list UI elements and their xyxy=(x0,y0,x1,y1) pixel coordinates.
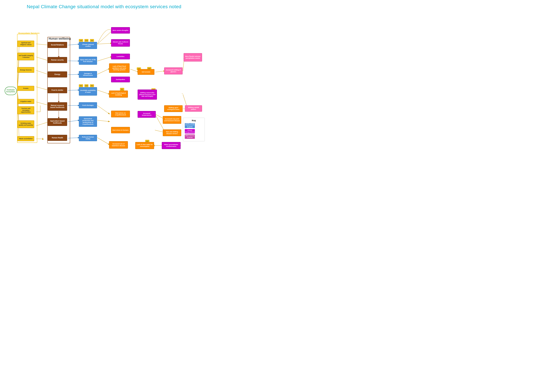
groundwater-box: Water/ groundwater contamination xyxy=(162,142,181,149)
glacial-flood-box: Glacial Lake Outburst Floods xyxy=(111,39,130,47)
disease-vectors-box: New and shifting disease vectors xyxy=(163,129,181,136)
human-security-box: Human security xyxy=(48,57,67,63)
svg-line-28 xyxy=(97,43,112,44)
page-title: Nepal Climate Change situational model w… xyxy=(0,0,208,12)
water-badges-row: 2.1 2.2 3.1 xyxy=(79,84,93,87)
social-relations-box: Social Relations xyxy=(48,42,67,48)
human-wellbeing-label: Human wellbeing xyxy=(49,37,71,40)
svg-line-32 xyxy=(97,106,110,114)
protein-box: Protein xyxy=(17,86,34,91)
increased-temp-box: Increased temperatures xyxy=(138,111,156,118)
landslides-box: Landslides xyxy=(111,54,130,59)
glaciers-melt-box: Increased melting of glaciers xyxy=(164,67,183,74)
svg-line-31 xyxy=(97,90,110,94)
badges-row: 1.3 2.3 3.2 xyxy=(79,39,93,42)
svg-line-30 xyxy=(97,69,110,74)
clean-water-box: Lack of clear water for consumption xyxy=(135,142,154,149)
svg-line-29 xyxy=(97,57,112,61)
climate-conflict-box: Climate induced conflict xyxy=(79,42,97,49)
soil-box: Soil health/ integrity / retention xyxy=(17,53,34,60)
crop-disease-box: Increased crop pest and livestock diseas… xyxy=(163,116,181,124)
spiritual-box: Spiritual and religious values xyxy=(17,41,34,47)
health-box: Human Health xyxy=(48,135,67,141)
heat-crops-box: Heat stress on crops/livestock xyxy=(111,111,130,117)
hydro-model-box: Lack of hydrological modeling xyxy=(109,91,128,98)
key-purple-label: Other sources of threat xyxy=(185,135,195,138)
flash-flood-box: Lack of flash flood guidance and early w… xyxy=(109,63,130,73)
injury-box: Injury and Loss of life from disaster xyxy=(79,57,97,65)
key-item-purple: Other sources of threat xyxy=(185,135,203,139)
shifting-agro-box: Shifting agro/ ecological zones xyxy=(164,105,183,112)
svg-line-46 xyxy=(97,31,112,44)
key-blue-label: Climate Change induced threats to human … xyxy=(185,122,195,128)
ecosystem-label: Ecosystem Services xyxy=(18,32,40,34)
key-item-magenta: Climate Change Effects xyxy=(185,129,203,134)
food-short-box: Food shortages xyxy=(79,102,97,108)
more-floods-box: More floods/ extreme precipitation event… xyxy=(184,53,202,62)
nat-res-box: Natural resource based livelihoods xyxy=(48,102,67,111)
shifting-rainfall-box: Shifting rainfall pattern xyxy=(185,105,202,112)
heat-humans-box: Heat stress to humans xyxy=(111,127,130,133)
energy-hw-box: Energy xyxy=(48,71,67,78)
earthquakes-box: Earthquakes xyxy=(111,77,130,82)
diagram-container: Ecosystem Services Human wellbeing Fresh… xyxy=(3,12,205,150)
damage-infra-box: Damage to infrastructure xyxy=(79,71,97,78)
food-shelter-box: Food & shelter xyxy=(48,87,67,93)
irrigation-box: Irrigation water xyxy=(17,99,34,104)
svg-line-34 xyxy=(97,138,110,145)
key-magenta-label: Climate Change Effects xyxy=(185,130,195,133)
waterborne-box: Increased risk of waterborn disease xyxy=(109,141,128,149)
svg-line-36 xyxy=(155,71,165,72)
key-title: Key xyxy=(185,119,203,122)
diminished-box: Diminished production and productivity o… xyxy=(79,116,97,127)
key-panel: Key Climate Change induced threats to hu… xyxy=(183,118,205,141)
waste-box: Waste assimilation xyxy=(17,136,34,141)
key-item-blue: Climate Change induced threats to human … xyxy=(185,123,203,128)
agri-box: Agriculture based livelihoods xyxy=(48,118,67,126)
shifting-season-box: Shifting seasonality (altered monsoon st… xyxy=(138,90,157,100)
energy-src-box: Energy Sources xyxy=(17,67,34,73)
freshwater-ecosystems: Freshwater Ecosystems xyxy=(5,87,17,95)
severe-drought-box: More severe droughts xyxy=(111,27,130,34)
tourism-box: Tourism and recreation opportunities xyxy=(17,106,34,114)
drinking-box: Drinking water quality and quantity xyxy=(17,120,34,128)
soil-erosion-box: Soil erosion xyxy=(138,69,154,75)
reduced-vitality-box: Reduced Human vitality xyxy=(79,135,97,141)
unreliable-water-box: Unreliable availability of water xyxy=(79,87,97,96)
svg-line-33 xyxy=(97,120,110,121)
